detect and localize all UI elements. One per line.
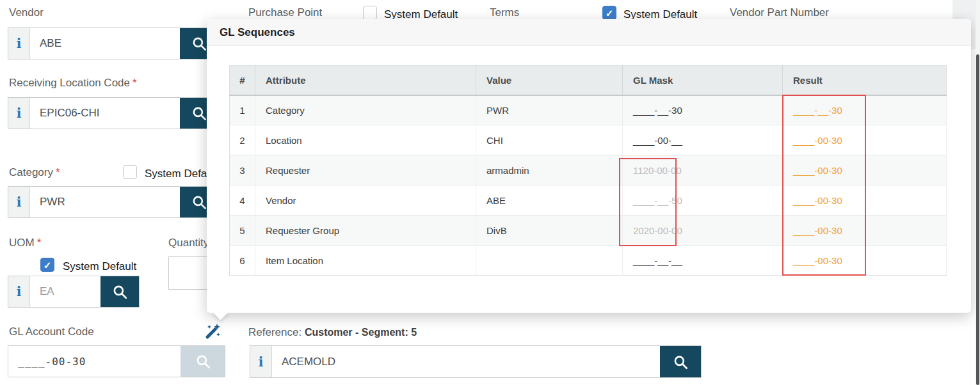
table-row[interactable]: 4 Vendor ABE ____-__-50 ____-00-30	[230, 185, 947, 216]
vendor-part-number-label: Vendor Part Number	[730, 6, 829, 19]
cell-result: ____-__-30	[783, 95, 947, 125]
cell-attribute: Item Location	[255, 246, 476, 276]
info-icon[interactable]: i	[250, 346, 272, 377]
reference-input[interactable]: ACEMOLD	[272, 346, 660, 377]
terms-label: Terms	[490, 6, 519, 19]
reference-field: i ACEMOLD	[250, 345, 702, 378]
info-icon[interactable]: i	[8, 28, 30, 59]
column-header-value[interactable]: Value	[476, 66, 623, 95]
table-header-row: # Attribute Value GL Mask Result	[230, 66, 947, 95]
app-screen: Vendor i ABE Receiving Location Code* i …	[0, 0, 980, 385]
cell-value: ABE	[476, 185, 623, 216]
cell-value: PWR	[476, 95, 623, 125]
cell-num: 2	[230, 125, 255, 155]
cell-result: ____-00-30	[783, 246, 947, 276]
cell-result: ____-00-30	[783, 155, 947, 185]
gl-sequences-table: # Attribute Value GL Mask Result 1 Categ…	[229, 65, 947, 276]
cell-result: ____-00-30	[783, 125, 947, 155]
column-header-num[interactable]: #	[230, 66, 255, 95]
info-icon[interactable]: i	[8, 276, 30, 307]
purchase-point-label: Purchase Point	[248, 6, 322, 19]
search-icon	[181, 346, 225, 377]
column-header-gl-mask[interactable]: GL Mask	[623, 66, 783, 95]
table-row[interactable]: 1 Category PWR ____-__-30 ____-__-30	[230, 95, 947, 125]
info-icon[interactable]: i	[8, 98, 30, 129]
column-header-result[interactable]: Result	[783, 66, 947, 95]
uom-system-default-label: System Default	[63, 260, 136, 273]
reference-label: Reference: Customer - Segment: 5	[248, 326, 417, 339]
quantity-label: Quantity	[168, 237, 209, 249]
table-row[interactable]: 3 Requester armadmin 1120-00-00 ____-00-…	[230, 155, 947, 185]
cell-value: CHI	[476, 125, 623, 155]
cell-result: ____-00-30	[783, 185, 947, 216]
gl-account-code-field: ____-00-30	[8, 345, 225, 377]
uom-field: i EA	[8, 276, 140, 308]
terms-system-default-checkbox[interactable]: ✓	[602, 6, 616, 20]
category-label: Category*	[9, 166, 60, 179]
required-marker: *	[37, 237, 42, 249]
uom-input[interactable]: EA	[30, 276, 100, 307]
search-icon[interactable]	[100, 276, 139, 307]
receiving-location-label: Receiving Location Code*	[9, 77, 137, 90]
popover-title: GL Sequences	[220, 26, 295, 39]
table-row[interactable]: 5 Requester Group DivB 2020-00-00 ____-0…	[230, 216, 947, 246]
vendor-input[interactable]: ABE	[30, 28, 180, 59]
table-row[interactable]: 6 Item Location ____-__-__ ____-00-30	[230, 246, 947, 276]
cell-gl-mask: ____-__-30	[623, 95, 783, 125]
vendor-field: i ABE	[8, 28, 219, 59]
cell-attribute: Requester	[255, 155, 476, 185]
popover-header: GL Sequences	[207, 19, 971, 46]
checkmark-icon: ✓	[44, 260, 52, 270]
cell-gl-mask: ____-__-50	[623, 185, 783, 216]
search-icon[interactable]	[660, 346, 701, 377]
cell-num: 1	[230, 95, 255, 125]
magic-wand-icon[interactable]	[203, 322, 221, 343]
required-marker: *	[133, 77, 137, 89]
cell-num: 5	[230, 216, 255, 246]
cell-gl-mask: 1120-00-00	[623, 155, 783, 185]
cell-num: 3	[230, 155, 255, 185]
reference-value-text: Customer - Segment: 5	[305, 327, 417, 338]
receiving-location-field: i EPIC06-CHI	[8, 97, 219, 129]
uom-system-default-checkbox[interactable]: ✓	[40, 258, 54, 272]
cell-attribute: Vendor	[255, 185, 476, 216]
receiving-location-input[interactable]: EPIC06-CHI	[30, 98, 180, 129]
vendor-label: Vendor	[9, 6, 44, 19]
category-field: i PWR	[8, 186, 219, 218]
table-row[interactable]: 2 Location CHI ____-00-__ ____-00-30	[230, 125, 947, 155]
scrollbar-thumb[interactable]	[976, 54, 979, 385]
cell-value: DivB	[476, 216, 623, 246]
purchase-point-system-default-checkbox[interactable]	[363, 6, 377, 20]
cell-value: armadmin	[476, 155, 623, 185]
cell-gl-mask: ____-00-__	[623, 125, 783, 155]
required-marker: *	[56, 166, 60, 178]
cell-num: 6	[230, 246, 255, 276]
cell-attribute: Category	[255, 95, 476, 125]
cell-gl-mask: 2020-00-00	[623, 216, 783, 246]
column-header-attribute[interactable]: Attribute	[255, 66, 476, 95]
popover-arrow	[213, 304, 228, 320]
uom-label: UOM*	[9, 237, 41, 249]
cell-num: 4	[230, 185, 255, 216]
cell-attribute: Requester Group	[255, 216, 476, 246]
gl-account-code-input[interactable]: ____-00-30	[8, 346, 181, 377]
cell-result: ____-00-30	[783, 216, 947, 246]
gl-sequences-popover: GL Sequences # Attribute Value GL Mask R…	[207, 19, 971, 313]
category-system-default-checkbox[interactable]	[123, 165, 137, 179]
cell-value	[476, 246, 623, 276]
info-icon[interactable]: i	[8, 187, 30, 217]
category-input[interactable]: PWR	[30, 187, 180, 217]
cell-gl-mask: ____-__-__	[623, 246, 783, 276]
gl-account-code-label: GL Account Code	[9, 326, 94, 338]
cell-attribute: Location	[255, 125, 476, 155]
checkmark-icon: ✓	[606, 8, 614, 18]
